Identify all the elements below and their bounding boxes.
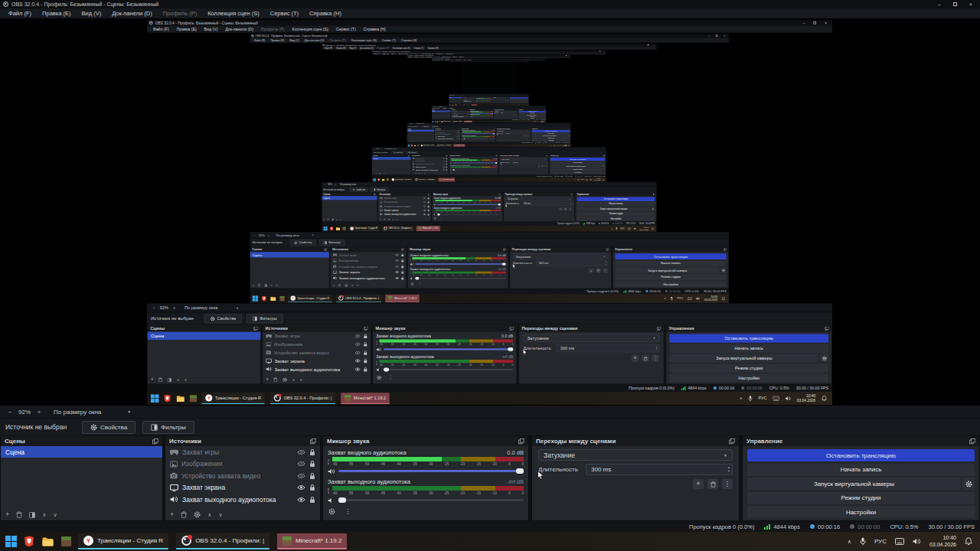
restore-icon[interactable]	[953, 2, 957, 6]
eye-icon[interactable]	[297, 497, 305, 503]
properties-button[interactable]: Свойства	[82, 421, 136, 434]
chevron-down-icon: ▼	[516, 111, 517, 112]
menu-profile[interactable]: Профиль (P)	[158, 10, 202, 17]
notifications-bell-icon[interactable]	[965, 537, 972, 546]
duration-input[interactable]: 300 ms ▴▾	[586, 464, 733, 475]
tray-overflow-chevron[interactable]: ∧	[848, 539, 851, 545]
source-row-image[interactable]: Изображения	[165, 458, 320, 471]
eye-icon[interactable]	[297, 484, 305, 491]
mixer-dock-header[interactable]: Микшер звука	[323, 436, 528, 446]
eye-slash-icon[interactable]	[297, 461, 305, 467]
menu-tools[interactable]: Сервис (T)	[265, 10, 304, 17]
advanced-audio-icon[interactable]	[328, 508, 335, 515]
file-explorer-icon[interactable]	[41, 536, 54, 548]
volume-slider[interactable]	[338, 470, 524, 472]
minimize-button[interactable]: –	[938, 2, 941, 7]
controls-dock-header[interactable]: Управление	[743, 436, 979, 446]
studio-mode-button[interactable]: Режим студии	[747, 492, 975, 504]
spinner-arrows-icon[interactable]: ▴▾	[728, 465, 730, 474]
menu-help[interactable]: Справка (H)	[304, 10, 347, 17]
volume-icon	[590, 179, 593, 181]
drag-grip-icon[interactable]	[328, 486, 331, 496]
add-source-button[interactable]: +	[170, 511, 174, 518]
zoom-in-button[interactable]: +	[35, 409, 43, 416]
sources-dock-header[interactable]: Источники	[165, 436, 320, 446]
menu-docks[interactable]: Док-панели (D)	[106, 10, 157, 17]
remove-scene-button[interactable]	[16, 511, 22, 518]
menu-edit[interactable]: Правка (E)	[37, 10, 76, 17]
source-row-display-capture[interactable]: Захват экрана	[165, 482, 320, 494]
dock-float-icon[interactable]	[969, 439, 975, 445]
drag-grip-icon[interactable]	[328, 457, 331, 467]
transitions-dock-header[interactable]: Переходы между сценами	[532, 436, 739, 446]
start-button[interactable]	[5, 536, 17, 548]
mixer-channel-1-meter: -60-55-50-45-40-35-30-25-20-15-10-50	[410, 257, 506, 262]
virtual-camera-settings-button[interactable]	[962, 478, 975, 490]
language-indicator[interactable]: РУС	[874, 538, 887, 545]
start-recording-button[interactable]: Начать запись	[747, 464, 975, 476]
preview-area[interactable]: OBS 32.0.4 - Профиль: Безымянный - Сцены…	[0, 18, 980, 406]
taskbar-button-minecraft[interactable]: Minecraft* 1.19.2	[277, 533, 347, 549]
scenes-dock-header[interactable]: Сцены	[1, 436, 162, 446]
move-scene-up-button[interactable]: ∧	[42, 512, 46, 517]
mixer-menu-button[interactable]: ⋮	[345, 507, 351, 515]
transition-menu-button[interactable]: ⋮	[722, 479, 733, 489]
move-source-up-button[interactable]: ∧	[207, 512, 211, 517]
remove-source-button[interactable]	[181, 511, 187, 518]
bitrate-value: 4844 kbps	[628, 289, 641, 292]
taskbar-button-obs[interactable]: OBS 32.0.4 - Профили: |	[176, 533, 270, 549]
eye-slash-icon[interactable]	[297, 473, 305, 479]
menu-file[interactable]: Файл (F)	[3, 10, 37, 17]
move-source-up-button: ∧	[393, 219, 394, 220]
zoom-out-button[interactable]: −	[6, 409, 14, 416]
taskbar-button-studio[interactable]: Y Трансляции - Студия R	[78, 533, 168, 549]
dock-float-icon[interactable]	[152, 439, 158, 445]
scene-item-selected[interactable]: Сцена	[1, 446, 162, 458]
slider-handle[interactable]	[338, 497, 346, 503]
move-scene-down-button[interactable]: ∨	[53, 512, 57, 517]
volume-slider[interactable]	[338, 499, 524, 501]
language-indicator: РУС	[554, 145, 556, 146]
lock-icon[interactable]	[309, 484, 315, 491]
add-scene-button[interactable]: +	[5, 511, 9, 518]
obs-window: OBS 32.0.4 - Профиль: Безымянный - Сцены…	[147, 20, 832, 405]
speaker-muted-icon[interactable]	[328, 497, 335, 504]
scene-filters-button[interactable]	[29, 512, 35, 518]
source-row-video-capture-device[interactable]: Устройство захвата видео	[165, 470, 320, 482]
microphone-icon[interactable]	[860, 537, 866, 546]
stop-streaming-button[interactable]: Остановить трансляцию	[747, 449, 975, 461]
speaker-icon[interactable]	[328, 468, 335, 474]
windows-logo-icon	[323, 227, 327, 230]
lock-icon[interactable]	[309, 496, 315, 504]
transition-select[interactable]: Затухание ▼	[538, 449, 733, 461]
slider-handle[interactable]	[516, 468, 524, 474]
minecraft-launcher-icon[interactable]	[60, 536, 72, 548]
source-row-game-capture[interactable]: Захват игры	[165, 446, 320, 458]
browser-taskbar-icon[interactable]	[23, 536, 35, 548]
virtual-camera-button[interactable]: Запуск виртуальной камеры	[747, 478, 961, 490]
menu-scene-collection[interactable]: Коллекция сцен (S)	[202, 10, 265, 17]
menu-view[interactable]: Вид (V)	[77, 10, 107, 17]
close-button[interactable]: ×	[969, 2, 972, 7]
touch-keyboard-icon[interactable]	[895, 538, 904, 545]
add-transition-button[interactable]: +	[693, 479, 704, 489]
bitrate-status: 4844 kbps	[764, 523, 800, 530]
move-source-down-button[interactable]: ∨	[218, 512, 222, 517]
fit-mode-dropdown[interactable]: По размеру окна ▼	[54, 409, 131, 416]
filters-button[interactable]: Фильтры	[142, 421, 194, 434]
source-row-audio-output-capture[interactable]: Захват выходного аудиопотока	[165, 494, 320, 506]
source-properties-button[interactable]	[194, 511, 201, 518]
preview-screen-slot	[461, 63, 517, 94]
taskbar-clock[interactable]: 10:40 03.04.2026	[929, 535, 956, 549]
dock-float-icon[interactable]	[518, 439, 524, 445]
lock-icon[interactable]	[309, 448, 315, 456]
audio-mixer-dock: Микшер звука Захват входного аудиопотока…	[372, 324, 517, 384]
lock-icon[interactable]	[309, 460, 315, 468]
settings-button[interactable]: Настройки	[747, 506, 975, 518]
dock-float-icon[interactable]	[729, 439, 735, 445]
lock-icon[interactable]	[309, 472, 315, 480]
eye-slash-icon[interactable]	[297, 449, 305, 455]
dock-float-icon[interactable]	[310, 439, 316, 445]
remove-transition-button[interactable]	[707, 479, 718, 489]
volume-icon[interactable]	[913, 538, 921, 545]
